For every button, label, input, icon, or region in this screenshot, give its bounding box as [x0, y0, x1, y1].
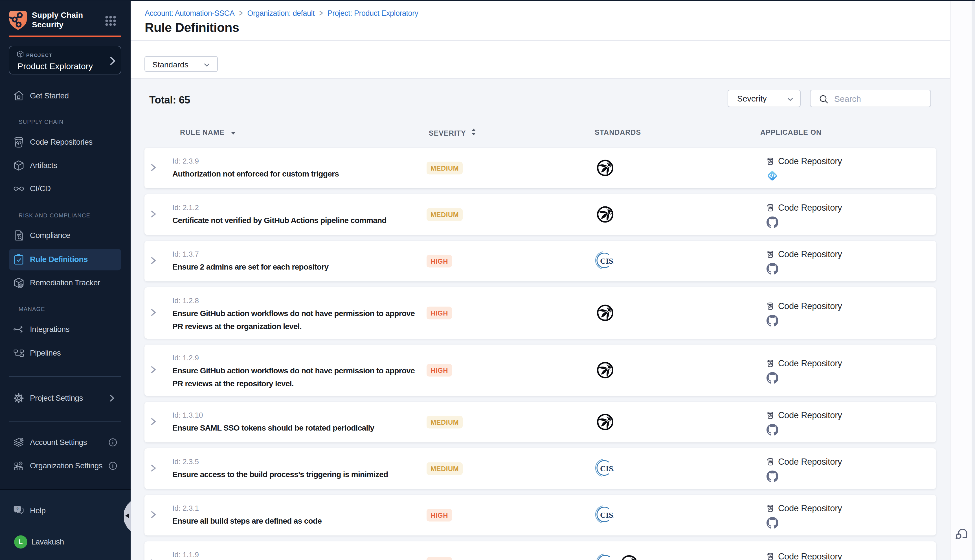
svg-text:?: ? [16, 507, 18, 511]
svg-text:CIS: CIS [600, 511, 613, 519]
svg-text:CIS: CIS [600, 257, 613, 265]
svg-text:CIS: CIS [600, 464, 613, 473]
svg-text:CIS: CIS [601, 559, 614, 560]
